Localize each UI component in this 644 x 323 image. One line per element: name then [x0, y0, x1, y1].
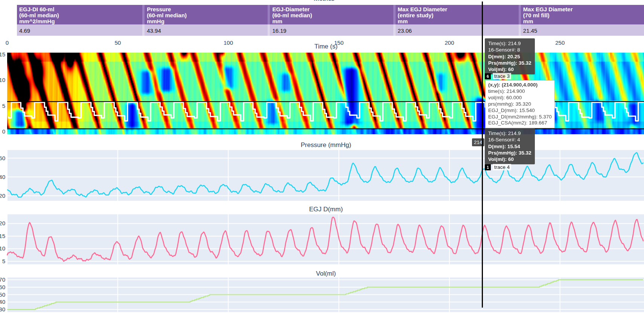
volume-chart[interactable]: [7, 278, 644, 312]
metrics-header-line: EGJ-DI 60-ml: [19, 6, 142, 12]
time-axis-tick: 0: [6, 39, 9, 46]
metrics-value-cell: 4.69: [17, 24, 142, 36]
metrics-header-line: Max EGJ Diameter: [398, 6, 519, 12]
metrics-header-line: mmHg: [147, 18, 268, 24]
time-axis-tick: 250: [555, 39, 565, 46]
tooltip-line: Vol(ml): 60: [488, 66, 531, 73]
tooltip-line: Vol(ml): 60: [488, 156, 531, 162]
volume-y-tick: 70: [0, 276, 5, 283]
hover-tooltip-sensor8: Time(s): 214.916-Sensor#: 8D(mm): 20.25P…: [485, 38, 535, 74]
pressure-trace[interactable]: [7, 153, 643, 197]
tooltip-line: vol(ml): 60.000: [488, 95, 552, 101]
metrics-header-line: mm^2/mmHg: [19, 18, 142, 24]
metrics-header-cell: EGJ-Diameter(60-ml median)mm: [268, 5, 393, 24]
metrics-header-line: (entire study): [398, 12, 519, 18]
metrics-value: 23.06: [398, 27, 412, 34]
tooltip-line: Prs(mmHg): 35.32: [488, 60, 531, 66]
heatmap-y-tick: 0: [0, 128, 5, 135]
metrics-header-line: mm: [523, 18, 644, 24]
tooltip-line: EGJ_D(mm): 15.540: [488, 108, 552, 114]
metrics-value-cell: 21.45: [519, 24, 644, 36]
tooltip-line: 16-Sensor#: 8: [488, 47, 531, 53]
trace4-badge: 1 trace 4: [485, 164, 511, 170]
heatmap-y-tick: 10: [0, 77, 5, 83]
tooltip-line: D(mm): 20.25: [488, 53, 531, 60]
tooltip-line: 16-Sensor#: 4: [488, 136, 531, 143]
hover-tooltip-point: (x,y): (214.900,4.000)time(s): 214.900vo…: [485, 80, 555, 128]
time-cursor-line[interactable]: [482, 2, 483, 308]
gridlines: [7, 214, 644, 264]
tooltip-line: D(mm): 15.54: [488, 143, 531, 150]
tooltip-line: EGJ_DI(mm2/mmhg): 5.370: [488, 114, 552, 120]
metrics-header-line: (70 ml fill): [523, 12, 644, 18]
heatmap-y-tick: 15: [0, 51, 5, 58]
egj_diameter-y-tick: 15: [0, 233, 5, 239]
volume-y-tick: 30: [0, 306, 5, 312]
page-title: Metrics: [314, 0, 335, 3]
egj_diameter-y-tick: 10: [0, 245, 5, 252]
metrics-header-cell: EGJ-DI 60-ml(60-ml median)mm^2/mmHg: [17, 5, 142, 24]
trace4-axis-number: 1: [485, 164, 491, 170]
metrics-value: 4.69: [19, 27, 30, 34]
flip-metrics-dashboard: Metrics EGJ-DI 60-ml(60-ml median)mm^2/m…: [0, 0, 644, 323]
metrics-header-line: (60-ml median): [19, 12, 142, 18]
tooltip-line: time(s): 214.900: [488, 88, 552, 95]
metrics-value: 21.45: [523, 27, 537, 34]
time-axis-tick: 100: [224, 39, 233, 46]
metrics-value-cell: 23.06: [393, 24, 519, 36]
time-axis-tick: 200: [445, 39, 454, 46]
metrics-value-cell: 16.19: [268, 24, 393, 36]
pressure-y-tick: 60: [0, 155, 5, 161]
tooltip-line: Time(s): 214.9: [488, 130, 531, 136]
pressure-chart[interactable]: [7, 150, 644, 201]
volume-y-tick: 50: [0, 291, 5, 298]
metrics-header-line: (60-ml median): [272, 12, 393, 18]
metrics-header-cell: Pressure(60-ml median)mmHg: [142, 5, 268, 24]
tooltip-line: EGJ_CSA(mm2): 189.667: [488, 120, 552, 126]
metrics-header-cell: Max EGJ Diameter(70 ml fill)mm: [519, 5, 644, 24]
metrics-header-line: mm: [272, 18, 393, 24]
time-axis-tick: 50: [114, 39, 121, 46]
metrics-header-line: mm: [398, 18, 519, 24]
pressure-y-tick: 40: [0, 174, 5, 180]
egj_diameter-y-tick: 5: [0, 258, 5, 264]
metrics-value: 43.94: [147, 27, 161, 34]
trace3-badge: 6 trace 3: [485, 73, 511, 79]
trace3-label: trace 3: [493, 73, 511, 79]
pressure-y-tick: 20: [0, 193, 5, 199]
pressure-chart-title: Pressure (mmHg): [301, 141, 351, 149]
hover-tooltip-sensor4: Time(s): 214.916-Sensor#: 4D(mm): 15.54P…: [485, 128, 535, 164]
metrics-value: 16.19: [272, 27, 286, 34]
metrics-header-line: (60-ml median): [147, 12, 268, 18]
volume-y-tick: 60: [0, 284, 5, 290]
egj_diameter-chart[interactable]: [7, 214, 644, 264]
metrics-header-line: Max EGJ Diameter: [523, 6, 644, 12]
egj_diameter-y-tick: 20: [0, 220, 5, 226]
trace3-axis-number: 6: [485, 73, 491, 79]
heatmap-y-tick: 5: [0, 103, 5, 109]
tooltip-line: (x,y): (214.900,4.000): [488, 82, 552, 88]
vol-chart-title: Vol(ml): [316, 270, 336, 278]
tooltip-line: Prs(mmHg): 35.32: [488, 150, 531, 156]
metrics-value-cell: 43.94: [142, 24, 268, 36]
tooltip-line: Time(s): 214.9: [488, 40, 531, 47]
volume-y-tick: 40: [0, 299, 5, 305]
trace4-label: trace 4: [493, 164, 511, 170]
metrics-header-line: Pressure: [147, 6, 268, 12]
tooltip-line: prs(mmhg): 35.320: [488, 101, 552, 108]
metrics-header-line: EGJ-Diameter: [272, 6, 393, 12]
time-axis-label: Time (s): [314, 43, 338, 50]
metrics-header-cell: Max EGJ Diameter(entire study)mm: [393, 5, 519, 24]
egj-chart-title: EGJ D(mm): [309, 206, 343, 213]
